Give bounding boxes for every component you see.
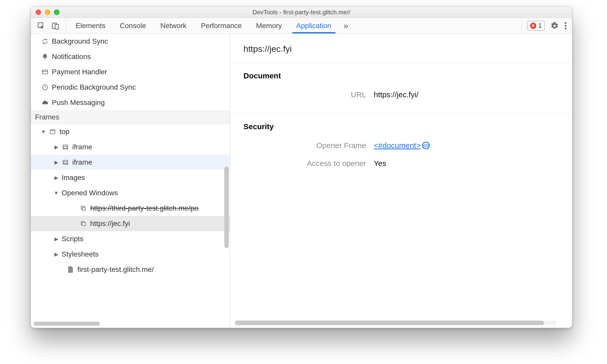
window-icon [79,205,87,211]
disclosure-triangle-closed-icon[interactable]: ▶ [54,175,59,181]
svg-point-3 [565,22,567,24]
opener-frame-value: <#document> [374,141,421,150]
more-options-icon[interactable] [564,22,567,30]
devtools-tabs: Elements Console Network Performance Mem… [66,18,522,33]
sidebar-scrollbar-horizontal[interactable] [33,322,100,326]
maximize-window-button[interactable] [54,9,60,15]
window-controls [36,9,60,15]
iframe-icon [62,159,69,165]
frame-heading: https://jec.fyi [230,34,572,63]
url-value: https://jec.fyi/ [374,90,418,99]
tab-elements[interactable]: Elements [68,18,113,33]
opener-frame-link[interactable]: <#document> </> [374,141,430,150]
sidebar-item-label: Notifications [52,53,91,61]
error-icon: ✕ [530,23,536,29]
document-icon [67,266,74,273]
svg-point-4 [565,25,567,27]
close-window-button[interactable] [36,9,41,15]
svg-rect-16 [82,207,85,210]
error-count: 1 [538,22,542,30]
tree-item-label: iframe [72,143,92,151]
tree-item-label: iframe [72,158,92,166]
tree-item-label: Scripts [62,235,84,243]
disclosure-triangle-open-icon[interactable]: ▼ [54,190,59,196]
svg-rect-2 [55,24,59,29]
document-section: Document URL https://jec.fyi/ [230,63,572,114]
minimize-window-button[interactable] [45,9,50,15]
sidebar-item-label: Periodic Background Sync [52,83,136,91]
sidebar-category-frames: Frames [31,110,230,124]
sidebar-item-label: Payment Handler [52,68,107,76]
devtools-toolbar: Elements Console Network Performance Mem… [31,18,572,34]
tab-performance[interactable]: Performance [194,18,249,33]
tree-item-images[interactable]: ▶ Images [31,170,230,185]
tree-item-label: first-party-test.glitch.me/ [77,265,154,274]
tab-console[interactable]: Console [113,18,153,33]
sidebar-item-label: Push Messaging [52,99,105,107]
sidebar-item-payment-handler[interactable]: Payment Handler [31,64,230,80]
window-title: DevTools - first-party-test.glitch.me// [31,9,572,16]
devtools-window: DevTools - first-party-test.glitch.me// … [31,6,572,328]
frame-details-panel: https://jec.fyi Document URL https://jec… [230,34,572,328]
tree-item-label: Images [62,174,85,182]
tab-memory[interactable]: Memory [249,18,289,33]
bell-icon [41,53,49,60]
sidebar-item-push-messaging[interactable]: Push Messaging [31,95,230,110]
tab-application[interactable]: Application [289,18,338,33]
card-icon [41,69,49,75]
application-sidebar: Background Sync Notifications Payment Ha… [31,34,230,328]
main-scrollbar-horizontal[interactable] [235,321,557,325]
disclosure-triangle-closed-icon[interactable]: ▶ [54,159,59,165]
tree-item-stylesheets[interactable]: ▶ Stylesheets [31,247,230,262]
tree-item-top[interactable]: ▼ top [31,124,230,139]
disclosure-triangle-closed-icon[interactable]: ▶ [54,251,59,257]
opener-frame-label: Opener Frame [243,141,374,150]
svg-rect-12 [64,146,67,148]
svg-rect-14 [64,162,67,164]
tree-item-label: https://jec.fyi [90,220,130,228]
inspect-element-icon[interactable] [37,22,45,30]
document-section-title: Document [230,71,572,86]
tree-item-opened-window-selected[interactable]: https://jec.fyi [31,216,230,231]
device-toolbar-icon[interactable] [51,22,60,30]
sidebar-item-background-sync[interactable]: Background Sync [31,34,230,49]
security-section: Security Opener Frame <#document> </> Ac… [230,114,572,183]
tree-item-label: https://third-party-test.glitch.me/po [90,204,198,212]
access-to-opener-label: Access to opener [243,159,374,168]
security-section-title: Security [230,122,572,137]
disclosure-triangle-closed-icon[interactable]: ▶ [54,144,59,150]
tree-item-opened-windows[interactable]: ▼ Opened Windows [31,185,230,201]
tree-item-opened-window[interactable]: https://third-party-test.glitch.me/po [31,201,230,216]
tree-item-label: top [60,128,69,136]
svg-rect-6 [42,70,48,74]
access-to-opener-value: Yes [374,159,386,168]
sidebar-item-periodic-background-sync[interactable]: Periodic Background Sync [31,80,230,95]
tree-item-iframe[interactable]: ▶ iframe [31,139,230,155]
sidebar-item-label: Background Sync [52,37,108,45]
sidebar-scrollbar-vertical[interactable] [224,166,229,248]
sidebar-item-notifications[interactable]: Notifications [31,49,230,64]
tree-item-label: Stylesheets [62,250,99,258]
tree-item-document[interactable]: first-party-test.glitch.me/ [31,262,230,277]
tree-item-iframe[interactable]: ▶ iframe [31,155,230,170]
tabs-overflow-button[interactable]: » [338,18,354,33]
error-count-badge[interactable]: ✕ 1 [527,21,545,31]
svg-point-5 [565,28,567,29]
disclosure-triangle-closed-icon[interactable]: ▶ [54,236,59,242]
settings-gear-icon[interactable] [551,22,559,30]
window-icon [79,221,87,227]
sync-icon [41,38,49,45]
cloud-icon [41,99,49,106]
url-label: URL [243,90,374,99]
tree-item-scripts[interactable]: ▶ Scripts [31,231,230,247]
clock-icon [41,84,49,91]
frame-icon [49,129,56,135]
tree-item-label: Opened Windows [62,189,118,197]
window-titlebar: DevTools - first-party-test.glitch.me// [31,7,572,18]
tab-network[interactable]: Network [153,18,194,33]
disclosure-triangle-open-icon[interactable]: ▼ [41,129,46,135]
reveal-in-sources-icon[interactable]: </> [422,142,430,149]
svg-rect-18 [82,223,85,226]
svg-rect-9 [50,130,55,134]
iframe-icon [62,144,69,150]
